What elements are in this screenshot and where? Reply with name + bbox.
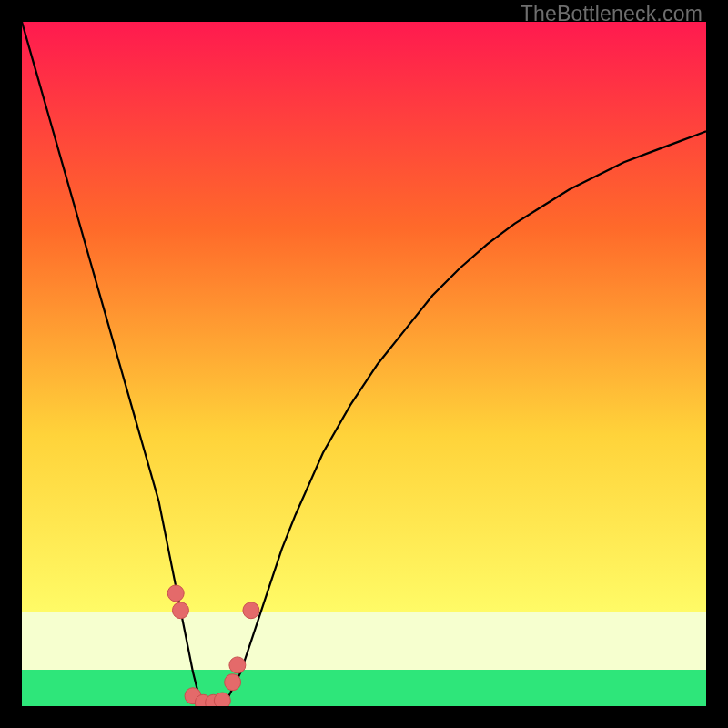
pale-band bbox=[22, 612, 706, 670]
data-point-p2 bbox=[172, 602, 188, 619]
data-point-p7 bbox=[225, 674, 241, 691]
gradient-field bbox=[22, 22, 706, 612]
data-point-p8 bbox=[229, 657, 246, 673]
data-point-p9 bbox=[243, 602, 259, 619]
green-band bbox=[22, 670, 706, 706]
data-point-p1 bbox=[167, 585, 184, 602]
data-point-p6 bbox=[214, 693, 230, 706]
chart-frame bbox=[22, 22, 706, 706]
chart-svg bbox=[22, 22, 706, 706]
